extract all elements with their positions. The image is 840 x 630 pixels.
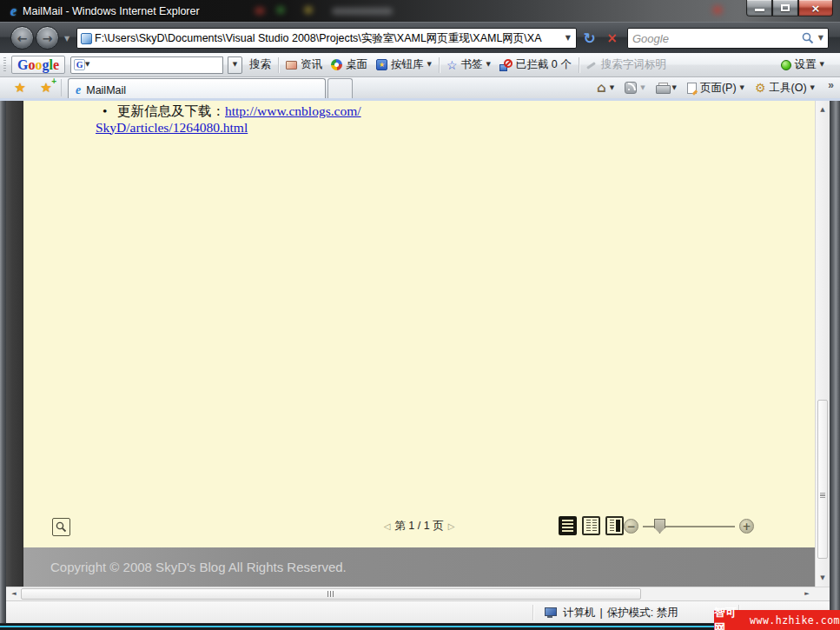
window-frame-right [830,101,840,623]
copyright-text: Copyright © 2008 SkyD's Blog All Rights … [50,560,347,574]
download-link-line2[interactable]: SkyD/articles/1264080.html [96,120,248,135]
logo-letter: g [42,58,49,72]
blocked-count-label: 已拦截 0 个 [516,57,572,72]
vertical-scrollbar-thumb[interactable] [817,400,828,559]
history-dropdown[interactable]: ▼ [64,35,69,43]
search-icon[interactable] [802,32,814,44]
search-button-label: 搜索 [249,57,271,72]
page-navigator: ◁ 第 1 / 1 页 ▷ [384,519,455,534]
settings-button[interactable]: 设置 ▼ [779,57,826,72]
desktop-button[interactable]: 桌面 [329,57,369,72]
google-desktop-icon [331,59,342,70]
back-icon: ← [17,31,28,45]
google-search-button[interactable]: 搜索 [248,57,273,72]
scrollbar-grip [327,591,334,597]
tools-menu-button[interactable]: ⚙ 工具(O) ▼ [751,78,819,97]
magnifier-button[interactable] [52,518,70,536]
add-favorite-button[interactable]: ★ + [35,78,57,97]
favorites-star-icon: ★ [14,82,25,95]
print-button[interactable]: ▼ [651,78,681,97]
address-bar[interactable]: ▼ [76,28,577,49]
tab-bar: ★ ★ + e MailMail ⌂ ▼ ▼ ▼ [0,77,840,98]
zoom-in-button[interactable]: + [739,519,754,534]
home-icon: ⌂ [597,82,606,95]
address-dropdown-icon[interactable]: ▼ [564,35,572,42]
favorites-center-button[interactable]: ★ [9,78,31,97]
google-toolbar: Google G ▼ ▼ 搜索 资讯 桌面 ★ 按钮库 ▼ ☆ 书签 ▼ [0,53,840,77]
status-bar: 计算机 | 保护模式: 禁用 [6,600,830,623]
chevron-down-icon: ▼ [810,85,815,91]
glass-reflection [712,5,723,15]
glass-reflection [255,7,265,15]
forward-button[interactable]: → [36,26,59,50]
page-menu-button[interactable]: 页面(P) ▼ [683,78,749,97]
g-icon-dropdown[interactable]: ▼ [85,62,89,68]
minimize-button[interactable] [746,0,772,17]
logo-letter: G [17,58,28,72]
column-icon [586,520,591,532]
restore-button[interactable] [772,0,798,17]
toolbar-overflow-chevron[interactable]: » [828,79,834,91]
protected-mode-label: 保护模式: 禁用 [607,606,678,620]
button-gallery-button[interactable]: ★ 按钮库 ▼ [374,57,433,72]
two-column-view-button[interactable] [582,516,600,535]
google-logo[interactable]: Google [11,56,65,74]
download-link-line1[interactable]: http://www.cnblogs.com/ [225,103,361,118]
vertical-scrollbar[interactable]: ▲ ▼ [815,101,830,587]
page-favicon-icon [81,33,92,44]
horizontal-scrollbar[interactable]: ◄ ► [6,587,830,600]
search-history-dropdown[interactable]: ▼ [228,56,242,74]
column-sidebar-view-button[interactable] [605,516,624,535]
previous-page-icon[interactable]: ◁ [384,522,391,531]
feeds-button[interactable]: ▼ [620,78,649,97]
glass-reflection [332,8,393,15]
search-dropdown-icon[interactable]: ▼ [814,35,823,42]
toolbar-separator [579,57,579,73]
horizontal-scrollbar-thumb[interactable] [21,588,641,600]
zoom-out-button[interactable]: − [624,519,638,534]
toolbar-grip[interactable] [3,57,6,73]
stop-button[interactable]: × [601,28,623,49]
view-mode-buttons [559,516,624,535]
bookmark-star-icon: ☆ [446,59,458,71]
single-column-view-button[interactable] [559,516,577,535]
close-button[interactable]: × [798,0,833,17]
search-input[interactable] [632,32,802,45]
refresh-button[interactable]: ↻ [579,28,600,49]
zoom-slider-thumb[interactable] [654,519,665,534]
page-footer: Copyright © 2008 SkyD's Blog All Rights … [23,547,815,587]
chevron-down-icon: ▼ [610,85,614,91]
bookmarks-button[interactable]: ☆ 书签 ▼ [445,57,493,72]
logo-letter: e [53,58,59,72]
bookmarks-label: 书签 [460,57,482,72]
zoom-slider-track[interactable] [643,519,735,534]
update-info-list-item: •更新信息及下载：http://www.cnblogs.com/ SkyD/ar… [96,103,408,136]
ie-logo-icon: e [10,3,17,19]
titlebar: e MailMail - Windows Internet Explorer × [0,0,840,22]
window-controls: × [746,0,833,17]
scroll-down-button[interactable]: ▼ [816,571,830,585]
scroll-right-button[interactable]: ► [800,587,814,600]
address-input[interactable] [92,32,564,44]
page-indicator: 第 1 / 1 页 [394,519,443,534]
tab-title: MailMail [86,84,126,96]
scroll-up-button[interactable]: ▲ [816,103,830,116]
scroll-left-button[interactable]: ◄ [7,587,21,600]
highlight-button[interactable]: 搜索字词标明 [585,57,668,72]
list-bullet: • [103,103,107,120]
tab-favicon-icon: e [76,83,81,97]
next-page-icon[interactable]: ▷ [448,522,455,531]
forward-icon: → [43,31,53,45]
back-button[interactable]: ← [10,26,34,50]
window-frame-left [0,101,6,623]
window-title: MailMail - Windows Internet Explorer [23,5,200,17]
popup-blocker-button[interactable]: 已拦截 0 个 [498,57,573,72]
google-search-field[interactable]: G ▼ [70,56,223,74]
home-button[interactable]: ⌂ ▼ [592,78,618,97]
chevron-down-icon: ▼ [640,85,645,91]
watermark-site-name: 智可网 [714,605,745,630]
news-button[interactable]: 资讯 [284,57,324,72]
refresh-icon: ↻ [583,30,595,47]
search-box[interactable]: ▼ [627,28,829,49]
security-zone-text: 计算机 | 保护模式: 禁用 [563,601,678,624]
